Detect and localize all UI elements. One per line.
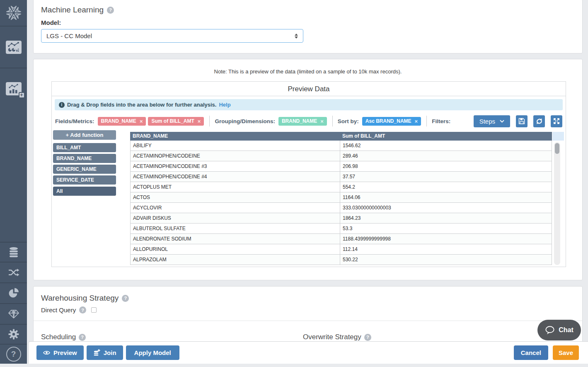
fullscreen-button[interactable] <box>551 115 562 127</box>
sidebar-item-database[interactable] <box>0 242 27 262</box>
sidebar-item-analytics[interactable] <box>0 26 27 68</box>
save-button[interactable]: Save <box>553 345 579 360</box>
help-icon[interactable]: ? <box>79 334 86 341</box>
field-button-service_date[interactable]: SERVICE_DATE <box>53 175 116 185</box>
logo-snowflake-icon <box>5 4 23 22</box>
warehousing-title-text: Warehousing Strategy <box>41 294 119 303</box>
bill-amt-cell: 554.2 <box>340 182 552 192</box>
remove-tag-icon[interactable]: × <box>320 118 324 124</box>
join-button[interactable]: Join <box>87 345 123 360</box>
sidebar-item-logo[interactable] <box>0 0 27 26</box>
steps-button[interactable]: Steps <box>474 115 510 127</box>
table-scrollbar[interactable] <box>554 142 560 265</box>
refresh-button[interactable] <box>533 115 545 127</box>
column-header-sum-bill-amt[interactable]: Sum of BILL_AMT <box>340 132 552 141</box>
save-steps-button[interactable] <box>516 115 528 127</box>
chat-button[interactable]: Chat <box>537 320 581 340</box>
sidebar-item-settings[interactable] <box>0 324 27 344</box>
help-icon[interactable]: ? <box>364 334 371 341</box>
table-row[interactable]: ACTOS1164.06 <box>130 192 552 203</box>
remove-tag-icon[interactable]: × <box>198 118 201 124</box>
join-button-label: Join <box>104 349 116 356</box>
bill-amt-cell: 1188.4399999999998 <box>340 234 552 244</box>
filters-label: Filters: <box>432 118 450 124</box>
eye-icon <box>43 350 50 355</box>
brand-name-cell: ALPRAZOLAM <box>131 255 340 265</box>
apply-model-button[interactable]: Apply Model <box>126 345 179 360</box>
table-row[interactable]: ACETAMINOPHEN/CODEINE #3206.98 <box>130 161 552 172</box>
refresh-icon <box>536 118 543 125</box>
remove-tag-icon[interactable]: × <box>140 118 143 124</box>
help-icon[interactable]: ? <box>122 295 129 302</box>
sidebar-item-shuffle[interactable] <box>0 262 27 282</box>
tag-label: BRAND_NAME <box>101 118 136 124</box>
diamond-icon <box>7 309 20 319</box>
sort-tag[interactable]: Asc BRAND_NAME × <box>362 117 421 126</box>
field-button-generic_name[interactable]: GENERIC_NAME <box>53 165 116 174</box>
add-function-button[interactable]: + Add function <box>53 130 116 140</box>
field-buttons: BILL_AMTBRAND_NAMEGENERIC_NAMESERVICE_DA… <box>53 143 116 197</box>
plus-icon: + <box>19 92 25 98</box>
table-row[interactable]: ALENDRONATE SODIUM1188.4399999999998 <box>130 234 552 244</box>
table-header: BRAND_NAME Sum of BILL_AMT <box>130 132 552 141</box>
table-row[interactable]: ACTOPLUS MET554.2 <box>130 182 552 192</box>
help-link[interactable]: Help <box>219 102 230 108</box>
preview-button[interactable]: Preview <box>36 345 84 360</box>
preview-data-box: Preview Data i Drag & Drop fields into t… <box>51 81 566 267</box>
gear-icon <box>8 329 19 340</box>
sidebar-item-pie[interactable] <box>0 282 27 303</box>
table-row[interactable]: ALPRAZOLAM530.22 <box>130 255 552 265</box>
select-arrows-icon <box>295 34 298 39</box>
table-row[interactable]: ABILIFY1546.62 <box>130 141 552 151</box>
brand-name-cell: ACYCLOVIR <box>131 203 340 213</box>
column-header-brand-name[interactable]: BRAND_NAME <box>130 132 340 141</box>
sidebar-item-help[interactable]: ? <box>0 344 27 364</box>
model-select-value: LGS - CC Model <box>46 32 92 39</box>
direct-query-label: Direct Query <box>41 306 76 314</box>
help-icon[interactable]: ? <box>107 7 114 14</box>
apply-model-button-label: Apply Model <box>134 349 171 356</box>
brand-name-cell: ABILIFY <box>131 141 340 151</box>
field-button-brand_name[interactable]: BRAND_NAME <box>53 154 116 163</box>
remove-tag-icon[interactable]: × <box>415 118 418 124</box>
field-metric-tag[interactable]: Sum of BILL_AMT × <box>148 117 204 126</box>
field-button-bill_amt[interactable]: BILL_AMT <box>53 143 116 152</box>
field-list: + Add function BILL_AMTBRAND_NAMEGENERIC… <box>53 130 116 197</box>
table-row[interactable]: ACETAMINOPHEN/CODEINE #437.57 <box>130 172 552 182</box>
field-button-all[interactable]: All <box>53 187 116 196</box>
bill-amt-cell: 206.98 <box>340 161 552 171</box>
grouping-tag[interactable]: BRAND_NAME × <box>278 117 327 126</box>
footer-toolbar: Preview Join Apply Model Cancel Save <box>28 341 588 364</box>
preview-data-title: Preview Data <box>52 82 566 96</box>
sidebar-item-new-chart[interactable]: + <box>0 68 27 109</box>
scheduling-title: Scheduling ? <box>41 333 86 341</box>
help-icon[interactable]: ? <box>79 306 86 314</box>
machine-learning-title-text: Machine Learning <box>41 5 104 15</box>
sidebar: + <box>0 0 27 364</box>
main-content: Machine Learning ? Model: LGS - CC Model… <box>33 0 583 367</box>
query-controls: Fields/Metrics: BRAND_NAME × Sum of BILL… <box>55 112 562 130</box>
model-select[interactable]: LGS - CC Model <box>41 29 303 43</box>
table-body: ABILIFY1546.62ACETAMINOPHEN/CODEINE289.4… <box>130 141 552 265</box>
brand-name-cell: ACETAMINOPHEN/CODEINE <box>131 151 340 161</box>
scrollbar-thumb[interactable] <box>555 143 559 154</box>
brand-name-cell: ACTOS <box>131 192 340 202</box>
brand-name-cell: ALLOPURINOL <box>131 244 340 254</box>
brand-name-cell: ACETAMINOPHEN/CODEINE #4 <box>131 172 340 182</box>
bill-amt-cell: 1864.23 <box>340 213 552 223</box>
sidebar-item-diamond[interactable] <box>0 303 27 324</box>
table-row[interactable]: ALBUTEROL SULFATE53.3 <box>130 224 552 234</box>
table-row[interactable]: ACYCLOVIR333.03000000000003 <box>130 203 552 213</box>
table-row[interactable]: ACETAMINOPHEN/CODEINE289.46 <box>130 151 552 161</box>
table-row[interactable]: ALLOPURINOL112.14 <box>130 244 552 255</box>
table-row[interactable]: ADVAIR DISKUS1864.23 <box>130 213 552 224</box>
overwrite-strategy-title: Overwrite Strategy ? <box>303 333 371 341</box>
scrollbar-corner <box>552 132 564 141</box>
cancel-button[interactable]: Cancel <box>514 345 548 360</box>
chart-add-icon: + <box>6 82 22 95</box>
field-metric-tag[interactable]: BRAND_NAME × <box>98 117 146 126</box>
direct-query-checkbox[interactable] <box>91 307 97 313</box>
tag-label: Sum of BILL_AMT <box>151 118 194 124</box>
cancel-button-label: Cancel <box>521 349 541 356</box>
brand-name-cell: ALENDRONATE SODIUM <box>131 234 340 244</box>
